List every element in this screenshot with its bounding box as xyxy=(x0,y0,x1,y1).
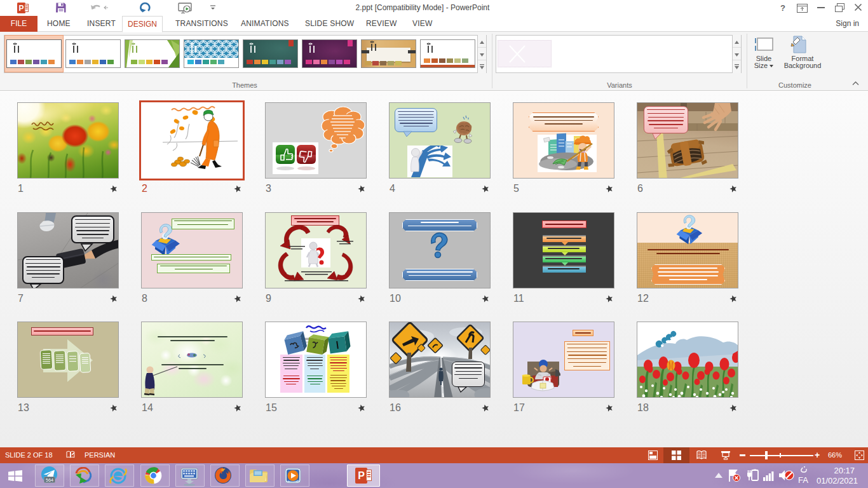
svg-text:P: P xyxy=(358,470,365,481)
